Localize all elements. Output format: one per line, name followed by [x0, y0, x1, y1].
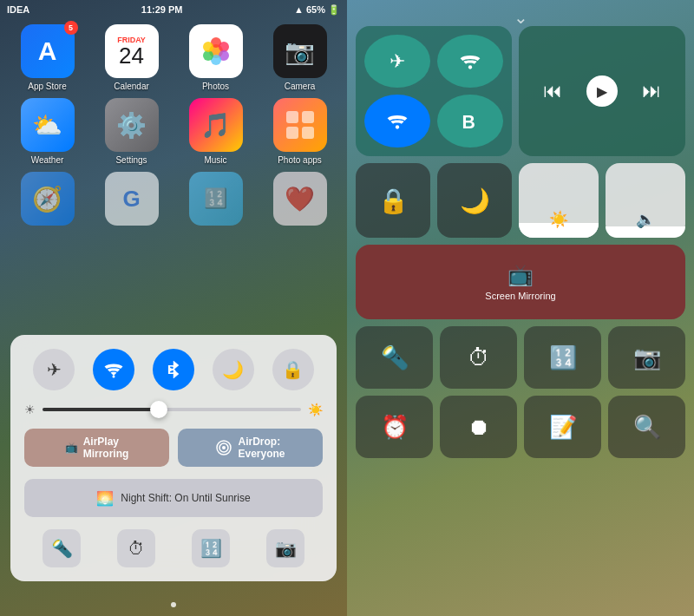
- svg-rect-10: [302, 127, 314, 139]
- appstore-badge: 5: [64, 21, 78, 35]
- right-bluetooth-icon: B: [462, 110, 479, 133]
- right-flashlight-button[interactable]: 🔦: [356, 326, 433, 389]
- airdrop-label: AirDrop:Everyone: [238, 436, 285, 460]
- timer-icon: ⏱: [128, 539, 145, 559]
- right-notes-icon: 📝: [549, 414, 577, 441]
- right-calculator-icon: 🔢: [549, 344, 577, 371]
- right-wifi-toggle[interactable]: [437, 35, 503, 88]
- right-rotation-toggle[interactable]: 🔒: [356, 163, 430, 238]
- right-app-row-1: 🔦 ⏱ 🔢 📷: [356, 326, 685, 389]
- camera-quick-button[interactable]: 📷: [266, 529, 304, 567]
- brightness-slider[interactable]: [43, 408, 301, 411]
- signal-icon: ▲: [294, 4, 304, 15]
- right-lock-icon: 🔒: [378, 187, 409, 215]
- music-icon-img: 🎵: [189, 98, 243, 152]
- battery-icon: 🔋: [328, 4, 340, 16]
- prev-track-button[interactable]: ⏮: [537, 75, 568, 107]
- safari-symbol: 🧭: [32, 185, 62, 213]
- right-airplane-toggle[interactable]: ✈: [364, 35, 430, 88]
- status-bar: IDEA 11:29 PM ▲ 65% 🔋: [0, 0, 347, 19]
- time-label: 11:29 PM: [141, 4, 183, 15]
- cc-quick-icons-row: 🔦 ⏱ 🔢 📷: [24, 529, 323, 567]
- app-icon-heart[interactable]: ❤️: [261, 172, 338, 229]
- app-icon-weather[interactable]: ⛅ Weather: [9, 98, 86, 165]
- next-icon: ⏭: [642, 80, 661, 102]
- right-record-button[interactable]: ⏺: [440, 396, 517, 458]
- right-alarm-button[interactable]: ⏰: [356, 396, 433, 458]
- brightness-row: ☀ ☀️: [24, 403, 323, 416]
- right-wifi-toggle-2[interactable]: [364, 95, 430, 147]
- right-timer-button[interactable]: ⏱: [440, 326, 517, 389]
- right-calculator-button[interactable]: 🔢: [524, 326, 601, 389]
- calendar-label: Calendar: [114, 82, 149, 91]
- app-icon-misc[interactable]: 🔢: [177, 172, 254, 229]
- right-volume-slider[interactable]: 🔈: [606, 163, 685, 238]
- app-icon-music[interactable]: 🎵 Music: [177, 98, 254, 165]
- calculator-button[interactable]: 🔢: [192, 529, 230, 567]
- right-donotdisturb-toggle[interactable]: 🌙: [437, 163, 512, 238]
- right-airplane-icon: ✈: [390, 50, 405, 73]
- app-icon-settings[interactable]: ⚙️ Settings: [93, 98, 170, 165]
- right-flashlight-icon: 🔦: [381, 344, 409, 371]
- calculator-icon: 🔢: [200, 538, 222, 559]
- svg-rect-8: [302, 111, 314, 123]
- brightness-fill: [43, 408, 159, 411]
- weather-symbol: ⛅: [32, 111, 62, 140]
- app-icon-camera[interactable]: 📷 Camera: [261, 24, 338, 91]
- bluetooth-toggle[interactable]: B: [153, 349, 194, 390]
- weather-icon-img: ⛅: [21, 98, 75, 152]
- play-icon: ▶: [597, 83, 607, 100]
- app-icon-calendar[interactable]: Friday 24 Calendar: [93, 24, 170, 91]
- page-dot: [171, 602, 176, 607]
- brightness-thumb: [150, 401, 167, 418]
- music-symbol: 🎵: [200, 111, 231, 140]
- right-notes-button[interactable]: 📝: [524, 396, 601, 458]
- svg-rect-9: [286, 127, 298, 139]
- right-brightness-slider[interactable]: ☀️: [519, 163, 599, 238]
- weather-label: Weather: [31, 155, 64, 165]
- screen-mirror-label: Screen Mirroring: [485, 291, 555, 301]
- photos-svg: [199, 34, 233, 69]
- night-shift-label: Night Shift: On Until Sunrise: [121, 492, 250, 504]
- app-grid: A 5 App Store Friday 24 Calendar: [9, 24, 338, 229]
- app-icon-photoapps[interactable]: Photo apps: [261, 98, 338, 165]
- battery-status: ▲ 65% 🔋: [294, 4, 340, 16]
- donotdisturb-toggle[interactable]: 🌙: [213, 349, 254, 390]
- app-icon-appstore[interactable]: A 5 App Store: [9, 24, 86, 91]
- right-wifi-icon-2: [386, 110, 409, 133]
- app-icon-photos[interactable]: Photos: [177, 24, 254, 91]
- play-button[interactable]: ▶: [586, 75, 618, 107]
- right-camera-button[interactable]: 📷: [608, 326, 685, 389]
- rotation-toggle[interactable]: 🔒: [272, 349, 314, 390]
- app-icon-google[interactable]: G: [93, 172, 170, 229]
- flashlight-button[interactable]: 🔦: [43, 529, 81, 567]
- right-second-row: 🔒 🌙 ☀️ 🔈: [356, 163, 685, 238]
- control-center: ✈ B 🌙 🔒: [10, 335, 337, 581]
- svg-rect-7: [286, 111, 298, 123]
- airplay-icon: 📺: [65, 442, 78, 454]
- wifi-toggle[interactable]: [93, 349, 134, 390]
- misc-symbol: 🔢: [204, 187, 227, 210]
- connectivity-block: ✈: [356, 26, 512, 156]
- airplane-toggle[interactable]: ✈: [33, 349, 75, 390]
- right-bluetooth-toggle[interactable]: B: [437, 95, 503, 147]
- next-track-button[interactable]: ⏭: [636, 75, 667, 107]
- photos-icon-img: [189, 24, 243, 78]
- svg-text:B: B: [462, 112, 475, 133]
- app-icon-safari[interactable]: 🧭: [9, 172, 86, 229]
- svg-point-16: [468, 65, 472, 69]
- right-app-row-2: ⏰ ⏺ 📝 🔍: [356, 396, 685, 458]
- calendar-day: 24: [119, 44, 144, 67]
- screen-mirroring-button[interactable]: 📺 Screen Mirroring: [356, 245, 685, 319]
- appstore-icon-img: A 5: [21, 24, 75, 78]
- right-zoom-button[interactable]: 🔍: [608, 396, 685, 458]
- settings-icon-img: ⚙️: [105, 98, 159, 152]
- heart-symbol: ❤️: [285, 185, 315, 213]
- camera-quick-icon: 📷: [275, 538, 297, 559]
- heart-icon-img: ❤️: [273, 172, 327, 226]
- misc-icon-img: 🔢: [189, 172, 243, 226]
- airplay-button[interactable]: 📺 AirPlayMirroring: [24, 429, 169, 467]
- night-shift-button[interactable]: 🌅 Night Shift: On Until Sunrise: [24, 479, 323, 517]
- timer-button[interactable]: ⏱: [117, 529, 155, 567]
- airdrop-button[interactable]: AirDrop:Everyone: [178, 429, 323, 467]
